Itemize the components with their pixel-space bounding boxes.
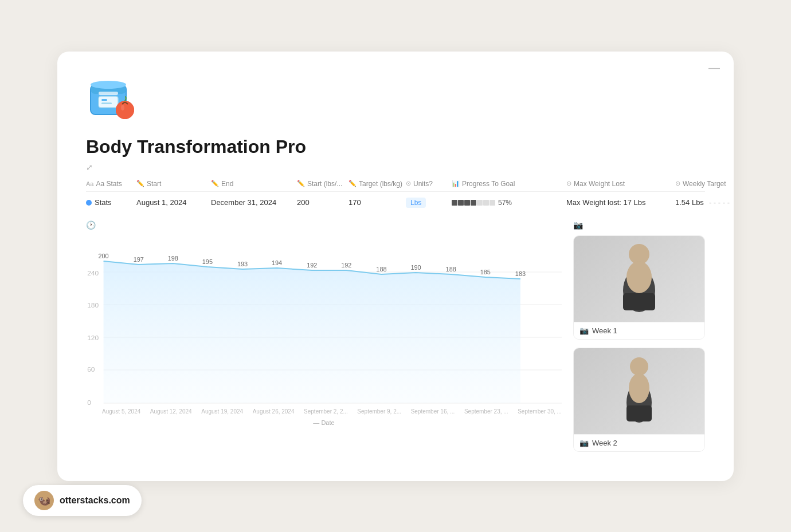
progress-pct: 57% <box>498 199 512 207</box>
dp-label-9: 188 <box>376 266 386 273</box>
chart-legend: — Date <box>86 419 562 426</box>
page-title: Body Transformation Pro <box>86 136 705 157</box>
photo-card-1: 📷 Week 1 <box>573 235 705 340</box>
svg-rect-22 <box>626 405 652 421</box>
photos-header: 📷 <box>573 220 705 230</box>
pencil-icon-end: ✏️ <box>211 180 219 187</box>
svg-rect-6 <box>101 103 112 104</box>
main-content: 🕐 0 60 120 180 240 <box>86 220 705 460</box>
x-label-2: August 12, 2024 <box>150 408 192 415</box>
dp-label-10: 190 <box>410 265 421 271</box>
bar-icon-progress: 📊 <box>452 180 460 187</box>
circle-icon-units: ⊙ <box>406 180 411 187</box>
dp-label-3: 198 <box>168 255 178 262</box>
chart-panel: 🕐 0 60 120 180 240 <box>86 220 562 460</box>
cell-targetlbs: 170 <box>344 198 401 207</box>
units-badge[interactable]: Lbs <box>406 198 426 208</box>
pblock-5 <box>477 200 483 206</box>
svg-rect-5 <box>101 99 107 101</box>
x-label-3: August 19, 2024 <box>201 408 243 415</box>
col-header-stats: Aa Aa Stats <box>86 180 132 188</box>
camera-header-icon: 📷 <box>573 220 583 230</box>
y-label-0: 0 <box>87 399 91 405</box>
svg-rect-2 <box>99 92 118 95</box>
dp-label-6: 194 <box>272 260 282 266</box>
cell-stats-name: Stats <box>86 198 132 207</box>
y-label-240: 240 <box>87 270 99 276</box>
pblock-1 <box>452 200 457 206</box>
chart-header: 🕐 <box>86 220 562 230</box>
circle-icon-maxweight: ⊙ <box>566 180 571 187</box>
cell-weeklytarget: 1.54 Lbs - - - - - 8 Weeks Left <box>671 198 734 207</box>
dp-label-5: 193 <box>237 261 248 267</box>
progress-blocks-filled <box>452 200 495 206</box>
svg-rect-18 <box>623 293 655 310</box>
camera-icon-1: 📷 <box>579 326 589 335</box>
otter-logo-icon: 🦦 <box>34 491 54 510</box>
x-label-9: September 30, ... <box>518 408 562 415</box>
pencil-icon-startlbs: ✏️ <box>297 180 305 187</box>
col-header-targetlbs: ✏️ Target (lbs/kg) <box>344 180 401 188</box>
pblock-7 <box>490 200 495 206</box>
row-dot <box>86 200 92 206</box>
photo-card-2: 📷 Week 2 <box>573 348 705 452</box>
photo-img-1 <box>574 236 704 322</box>
collapse-button[interactable]: — <box>708 62 720 73</box>
svg-point-3 <box>91 81 126 89</box>
x-label-6: September 9, 2... <box>357 408 401 415</box>
photo-label-1: 📷 Week 1 <box>574 322 704 339</box>
table-row: Stats August 1, 2024 December 31, 2024 2… <box>86 194 705 211</box>
watermark-text: otterstacks.com <box>60 495 130 506</box>
pencil-icon-start: ✏️ <box>136 180 144 187</box>
x-label-8: September 23, ... <box>464 408 508 415</box>
dp-label-11: 188 <box>446 266 456 273</box>
dp-label-7: 192 <box>307 262 317 269</box>
dp-label-13: 183 <box>515 271 526 277</box>
circle-icon-weeklytarget: ⊙ <box>675 180 680 187</box>
chart-area-fill <box>104 261 520 403</box>
dp-label-8: 192 <box>341 262 351 269</box>
photo-img-2 <box>574 348 704 434</box>
app-icon <box>86 74 138 126</box>
col-header-maxweight: ⊙ Max Weight Lost <box>562 180 671 188</box>
camera-icon-2: 📷 <box>579 439 589 447</box>
svg-point-8 <box>116 101 134 119</box>
x-axis-labels: August 5, 2024 August 12, 2024 August 19… <box>86 406 562 415</box>
cell-end: December 31, 2024 <box>206 198 292 207</box>
y-label-60: 60 <box>87 366 95 372</box>
col-header-units: ⊙ Units? <box>401 180 447 188</box>
dp-label-4: 195 <box>202 259 213 265</box>
col-header-weeklytarget: ⊙ Weekly Target <box>671 180 734 188</box>
pblock-4 <box>471 200 476 206</box>
pblock-2 <box>458 200 464 206</box>
chart-area: 0 60 120 180 240 200 <box>86 234 562 406</box>
expand-icon[interactable]: ⤢ <box>86 163 93 172</box>
aa-icon: Aa <box>86 180 93 187</box>
progress-bar: 57% <box>452 199 512 207</box>
col-header-startlbs: ✏️ Start (lbs/... <box>292 180 344 188</box>
table-header: Aa Aa Stats ✏️ Start ✏️ End ✏️ Start (lb… <box>86 180 705 192</box>
cell-maxweight: Max Weight lost: 17 Lbs <box>562 198 671 207</box>
col-header-progress: 📊 Progress To Goal <box>447 180 562 188</box>
cell-start: August 1, 2024 <box>132 198 206 207</box>
x-label-4: August 26, 2024 <box>253 408 295 415</box>
dp-label-12: 185 <box>480 269 491 275</box>
x-label-1: August 5, 2024 <box>102 408 140 415</box>
cell-progress: 57% <box>447 199 562 207</box>
cell-units: Lbs <box>401 198 447 208</box>
chart-svg: 0 60 120 180 240 200 <box>86 234 562 406</box>
dp-label-2: 197 <box>134 257 144 263</box>
pblock-6 <box>483 200 489 206</box>
photo-label-2: 📷 Week 2 <box>574 434 704 451</box>
x-label-7: September 16, ... <box>411 408 455 415</box>
photos-panel: 📷 📷 Week 1 <box>573 220 705 460</box>
main-card: — Body Transformation Pro ⤢ Aa Aa St <box>57 52 734 481</box>
watermark: 🦦 otterstacks.com <box>23 485 142 516</box>
y-label-120: 120 <box>87 334 99 341</box>
clock-icon: 🕐 <box>86 220 96 230</box>
dp-label-1: 200 <box>98 253 108 259</box>
col-header-start: ✏️ Start <box>132 180 206 188</box>
svg-rect-4 <box>99 96 118 108</box>
svg-point-21 <box>629 373 649 403</box>
x-label-5: September 2, 2... <box>304 408 348 415</box>
